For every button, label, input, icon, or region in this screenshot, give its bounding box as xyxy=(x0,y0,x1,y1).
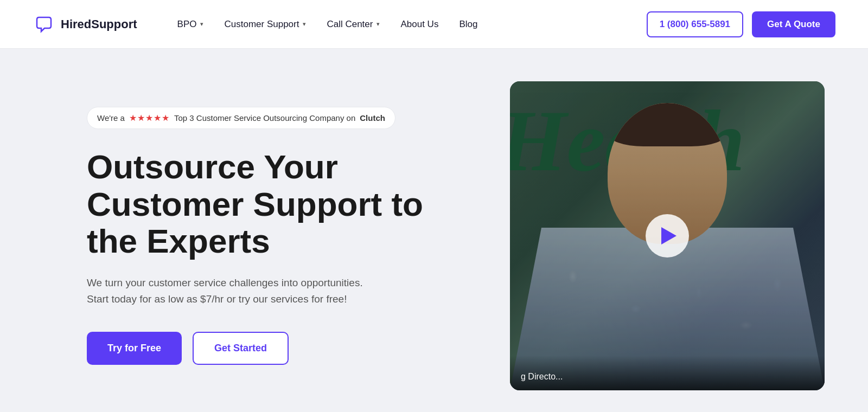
nav-bpo[interactable]: BPO ▾ xyxy=(170,15,212,34)
hero-section: We're a ★★★★★ Top 3 Customer Service Out… xyxy=(0,49,868,412)
nav-actions: 1 (800) 655-5891 Get A Quote xyxy=(647,11,835,37)
video-thumbnail[interactable]: Health g Directo... xyxy=(510,81,825,390)
brand-name: HiredSupport xyxy=(61,17,137,31)
customer-support-chevron-icon: ▾ xyxy=(303,21,306,28)
try-for-free-button[interactable]: Try for Free xyxy=(87,332,182,365)
nav-blog[interactable]: Blog xyxy=(451,15,485,34)
logo-icon xyxy=(33,13,55,36)
logo-link[interactable]: HiredSupport xyxy=(33,13,137,36)
call-center-chevron-icon: ▾ xyxy=(376,21,380,28)
nav-customer-support[interactable]: Customer Support ▾ xyxy=(216,15,314,34)
nav-links: BPO ▾ Customer Support ▾ Call Center ▾ A… xyxy=(170,15,647,34)
video-caption: g Directo... xyxy=(510,356,825,390)
hero-title: Outsource Your Customer Support to the E… xyxy=(87,149,467,260)
badge-clutch-text: Clutch xyxy=(360,113,385,123)
hero-subtitle: We turn your customer service challenges… xyxy=(87,275,369,308)
navbar: HiredSupport BPO ▾ Customer Support ▾ Ca… xyxy=(0,0,868,49)
hero-video-area: Health g Directo... xyxy=(510,81,825,390)
badge-intro-text: We're a xyxy=(97,113,125,123)
bpo-chevron-icon: ▾ xyxy=(200,21,203,28)
svg-rect-0 xyxy=(33,13,55,36)
play-button[interactable] xyxy=(646,214,689,258)
play-icon xyxy=(661,227,676,244)
badge-suffix-text: Top 3 Customer Service Outsourcing Compa… xyxy=(174,113,355,123)
badge-stars: ★★★★★ xyxy=(129,113,170,123)
get-quote-button[interactable]: Get A Quote xyxy=(752,11,835,37)
get-started-button[interactable]: Get Started xyxy=(193,332,289,365)
clutch-badge: We're a ★★★★★ Top 3 Customer Service Out… xyxy=(87,107,395,129)
hero-cta-group: Try for Free Get Started xyxy=(87,332,467,365)
nav-call-center[interactable]: Call Center ▾ xyxy=(319,15,387,34)
hero-content: We're a ★★★★★ Top 3 Customer Service Out… xyxy=(87,107,467,364)
nav-about-us[interactable]: About Us xyxy=(393,15,446,34)
phone-button[interactable]: 1 (800) 655-5891 xyxy=(647,11,743,37)
